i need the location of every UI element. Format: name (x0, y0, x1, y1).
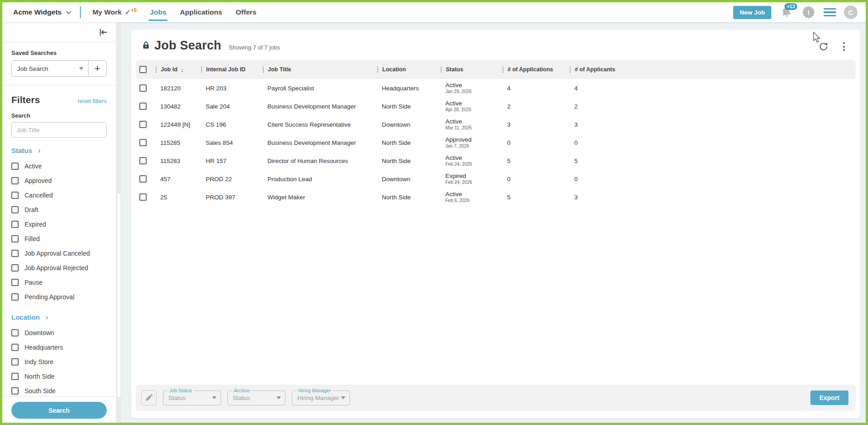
column-header-job-id[interactable]: Job Id ↓ (156, 60, 201, 79)
table-row[interactable]: 130482 Sale 204 Business Development Man… (136, 97, 856, 115)
row-checkbox[interactable] (139, 121, 147, 128)
filter-option[interactable]: Indy Store (11, 355, 107, 369)
filter-checkbox[interactable] (11, 358, 19, 366)
filter-checkbox[interactable] (11, 279, 19, 286)
table-row[interactable]: 115285 Sales 854 Business Development Ma… (136, 133, 856, 152)
filter-option[interactable]: Job Approval Rejected (11, 261, 107, 275)
filter-option-label: Job Approval Canceled (25, 250, 90, 257)
column-header-internal-job-id[interactable]: Internal Job ID (201, 60, 263, 79)
filter-checkbox[interactable] (11, 293, 19, 301)
filter-option[interactable]: Pending Approval (11, 290, 107, 304)
row-checkbox[interactable] (139, 84, 147, 92)
column-header-status[interactable]: Status (441, 60, 503, 79)
reset-filters-link[interactable]: reset filters (78, 98, 107, 104)
filter-checkbox[interactable] (11, 206, 19, 213)
filter-checkbox[interactable] (11, 235, 19, 242)
column-header-applications[interactable]: # of Applications (503, 60, 570, 79)
action-select[interactable]: Hiring Manager Hiring Manager (292, 390, 350, 405)
column-header-job-title[interactable]: Job Title (263, 60, 377, 79)
content-area: Saved Searches Job Search + Filters rese… (2, 22, 866, 423)
nav-tab-jobs[interactable]: Jobs (150, 2, 166, 22)
filter-option-label: Expired (25, 221, 46, 228)
filter-option[interactable]: Job Approval Canceled (11, 246, 107, 261)
status-date: Feb 24, 2026 (445, 162, 503, 167)
collapse-sidebar-button[interactable] (99, 28, 108, 36)
cell-internal-job-id: PROD 22 (201, 176, 263, 183)
saved-search-select[interactable]: Job Search (12, 61, 88, 76)
menu-button[interactable] (824, 8, 836, 17)
action-select[interactable]: Job Status Status (163, 390, 221, 405)
select-all-checkbox[interactable] (139, 66, 147, 73)
checkmark-icon: ✓ (125, 8, 131, 16)
filter-checkbox[interactable] (11, 192, 19, 199)
row-checkbox[interactable] (139, 193, 147, 201)
location-section-header[interactable]: Location › (11, 313, 107, 321)
filter-option[interactable]: South Side (11, 384, 107, 396)
filter-checkbox[interactable] (11, 387, 19, 395)
table-row[interactable]: 25 PROD 397 Widget Maker North Side Acti… (136, 188, 856, 206)
column-header-applicants[interactable]: # of Applicants (570, 60, 856, 79)
nav-tab-applications[interactable]: Applications (180, 2, 222, 22)
filter-checkbox[interactable] (11, 163, 19, 170)
nav-tab-offers[interactable]: Offers (236, 2, 256, 22)
status-section-header[interactable]: Status › (11, 147, 107, 154)
cell-location: Downtown (377, 176, 441, 183)
filter-checkbox[interactable] (11, 264, 19, 272)
filter-option[interactable]: Pause (11, 275, 107, 290)
filter-option[interactable]: Expired (11, 217, 107, 232)
job-title-input[interactable] (11, 122, 107, 138)
main-area: Job Search Showing 7 of 7 jobs (122, 22, 866, 423)
filter-checkbox[interactable] (11, 250, 19, 257)
filter-checkbox[interactable] (11, 344, 19, 351)
offers-label: Offers (236, 8, 256, 16)
filter-checkbox[interactable] (11, 221, 19, 228)
row-checkbox[interactable] (139, 139, 147, 146)
status-date: Jan 7, 2026 (445, 143, 503, 149)
row-checkbox[interactable] (139, 175, 147, 183)
table-row[interactable]: 182120 HR 203 Payroll Specialist Headqua… (136, 79, 856, 97)
filter-option[interactable]: North Side (11, 369, 107, 384)
alerts-button[interactable]: ! (801, 5, 816, 20)
search-button[interactable]: Search (11, 402, 107, 419)
column-header-location[interactable]: Location (377, 60, 441, 79)
cell-internal-job-id: Sale 204 (201, 103, 263, 110)
sidebar-footer: Search (2, 396, 116, 423)
more-options-button[interactable] (840, 41, 848, 52)
nav-tab-my-work[interactable]: My Work ✓ +5 (93, 2, 136, 22)
table-row[interactable]: 115283 HR 157 Director of Human Resource… (136, 152, 856, 170)
table-header-row: Job Id ↓ Internal Job ID Job Title Locat… (136, 60, 856, 79)
filter-option[interactable]: Approved (11, 173, 107, 188)
row-checkbox[interactable] (139, 103, 147, 110)
filter-checkbox[interactable] (11, 177, 19, 184)
status-date: Mar 11, 2025 (445, 125, 503, 131)
filter-option[interactable]: Filled (11, 232, 107, 246)
filter-option[interactable]: Draft (11, 203, 107, 217)
table-row[interactable]: 122449 [N] CS 196 Client Success Represe… (136, 115, 856, 133)
company-switcher[interactable]: Acme Widgets (13, 8, 70, 16)
cell-job-id: 182120 (156, 85, 201, 92)
my-work-label: My Work (93, 8, 122, 16)
new-job-button[interactable]: New Job (733, 6, 771, 19)
filter-option[interactable]: Downtown (11, 326, 107, 340)
filter-checkbox[interactable] (11, 329, 19, 336)
sidebar-scrollbar-thumb[interactable] (117, 193, 121, 397)
filter-checkbox[interactable] (11, 373, 19, 380)
notifications-button[interactable]: +13 (779, 5, 794, 20)
table-row[interactable]: 457 PROD 22 Production Lead Downtown Exp… (136, 170, 856, 188)
status-date: Jan 29, 2026 (445, 89, 503, 94)
filter-option[interactable]: Active (11, 159, 107, 173)
status-options-list: Active Approved Cancelled Draft Expired … (11, 159, 107, 304)
select-floating-label: Archive (232, 388, 252, 393)
avatar[interactable]: C (844, 5, 858, 19)
filter-option[interactable]: Cancelled (11, 188, 107, 203)
action-select[interactable]: Archive Status (227, 390, 286, 405)
row-checkbox[interactable] (139, 157, 147, 164)
export-button[interactable]: Export (810, 390, 848, 405)
filter-option-label: Approved (25, 177, 52, 184)
add-saved-search-button[interactable]: + (88, 61, 106, 76)
edit-button[interactable] (141, 390, 157, 405)
refresh-button[interactable] (819, 42, 829, 52)
filter-option[interactable]: Headquarters (11, 340, 107, 355)
applications-label: Applications (180, 8, 222, 16)
cell-status: Approved Jan 7, 2026 (441, 136, 503, 149)
